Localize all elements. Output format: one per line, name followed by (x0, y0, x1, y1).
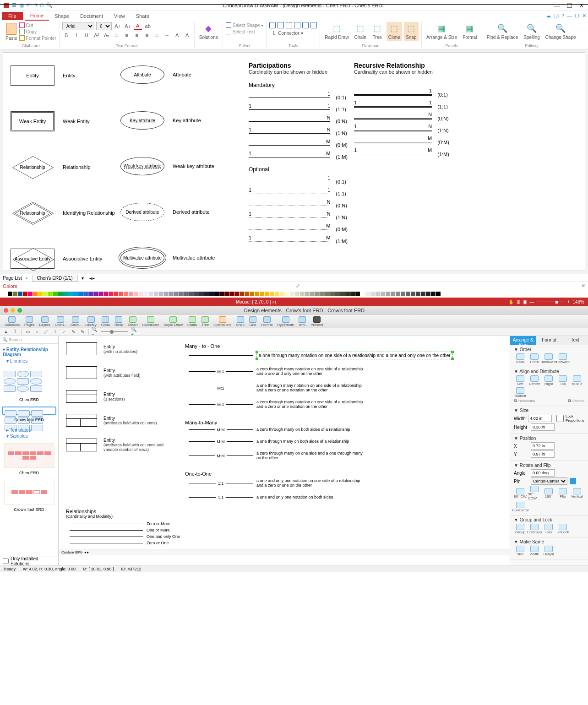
cf-basic-line[interactable]: Zero or One (66, 541, 502, 545)
color-swatch[interactable] (335, 292, 340, 296)
decrease-font-icon[interactable]: A↓ (124, 22, 132, 30)
color-swatch[interactable] (159, 292, 163, 296)
cf-relation-line[interactable]: a one through many notation on one side … (185, 352, 502, 359)
panel-btn-vertical[interactable]: Vertical (571, 488, 583, 499)
color-swatch[interactable] (184, 292, 189, 296)
color-swatch[interactable] (204, 292, 209, 296)
solutions-button[interactable]: ◆Solutions (197, 22, 220, 41)
cf-entity[interactable]: Entity(attributes field with columns and… (66, 438, 176, 452)
color-swatch[interactable] (295, 292, 299, 296)
tool-icon-1[interactable] (278, 22, 284, 28)
color-swatch[interactable] (436, 292, 441, 296)
panel-btn-unlock[interactable]: UnLock (556, 524, 569, 534)
color-swatch[interactable] (416, 292, 420, 296)
color-swatch[interactable] (245, 292, 249, 296)
color-swatch[interactable] (68, 292, 73, 296)
pin-select[interactable]: Center-Center (531, 477, 567, 485)
connector-button[interactable]: ⤹Connector ▾ (269, 28, 317, 38)
tree-libraries[interactable]: ▾ Libraries (6, 358, 55, 363)
mac-close-icon[interactable] (4, 308, 8, 313)
rect-tool-icon[interactable]: ▭ (24, 329, 31, 335)
color-swatch[interactable] (103, 292, 108, 296)
color-swatch[interactable] (179, 292, 184, 296)
color-swatch[interactable] (340, 292, 345, 296)
cardinality-line[interactable]: 1M(1:M) (249, 154, 354, 160)
format-painter-button[interactable]: Format Painter (19, 35, 56, 41)
pen-tool-icon[interactable]: ✎ (79, 329, 86, 335)
mac-tb-open[interactable]: Open.. (53, 316, 68, 327)
close-button[interactable]: ✕ (579, 2, 584, 9)
panel-tab-text[interactable]: Text (562, 336, 588, 345)
cardinality-line[interactable]: 1M(1:M) (354, 152, 455, 157)
color-swatch[interactable] (58, 292, 63, 296)
qat-print-icon[interactable]: ⎙ (40, 2, 44, 8)
mac-tb-connector[interactable]: Connector (140, 316, 161, 327)
color-swatch[interactable] (129, 292, 133, 296)
color-swatch[interactable] (421, 292, 425, 296)
color-swatch[interactable] (124, 292, 128, 296)
panel-btn-back[interactable]: Back (514, 353, 527, 364)
color-swatch[interactable] (355, 292, 360, 296)
color-swatch[interactable] (270, 292, 274, 296)
text-format-btn-11[interactable]: A (173, 31, 181, 39)
copy-button[interactable]: Copy (19, 28, 56, 35)
tool-icon-2[interactable] (286, 22, 292, 28)
tool-icon-4[interactable] (302, 22, 309, 28)
shape-weak-entity[interactable]: Weak EntityWeak Entity (11, 111, 120, 131)
color-swatch[interactable] (300, 292, 305, 296)
cardinality-line[interactable]: N(0:N) (354, 116, 455, 121)
select-text-button[interactable]: Select Text (226, 28, 264, 35)
tool-icon-0[interactable] (269, 22, 276, 28)
mac-zoom-icon[interactable] (17, 308, 22, 313)
mac-tb-smart[interactable]: Smart (126, 316, 139, 327)
text-format-btn-4[interactable]: A₂ (103, 31, 111, 39)
mac-tb-tree[interactable]: Tree (200, 316, 211, 327)
zoom-custom-label[interactable]: Custom 89% (61, 550, 82, 554)
panel-btn-lock[interactable]: Lock (542, 524, 555, 534)
color-swatch[interactable] (139, 292, 143, 296)
color-swatch[interactable] (265, 292, 269, 296)
tree-templates[interactable]: ▸ Templates (6, 428, 55, 433)
attr-attribute[interactable]: AttributeAttribute (120, 65, 249, 84)
zoom-out-icon[interactable]: 🔍− (92, 329, 98, 335)
line-tool-icon[interactable]: ／ (43, 329, 49, 335)
text-format-btn-7[interactable]: ≡ (133, 31, 141, 39)
color-swatch[interactable] (23, 292, 27, 296)
color-swatch[interactable] (43, 292, 48, 296)
cf-relation-line[interactable]: M:Ma zero through many on both sides of … (185, 427, 502, 432)
selected-shape[interactable]: a one through many notation on one side … (256, 352, 453, 359)
cardinality-line[interactable]: 11(1:1) (354, 104, 455, 109)
tab-file[interactable]: File (2, 12, 23, 20)
qat-views-icon[interactable]: ☰ (12, 2, 16, 8)
panel-btn-forward[interactable]: Forward (556, 353, 569, 364)
font-color-icon[interactable]: A (134, 22, 142, 30)
increase-font-icon[interactable]: A↑ (114, 22, 122, 30)
text-format-btn-5[interactable]: ≣ (113, 31, 121, 39)
color-swatch[interactable] (411, 292, 415, 296)
text-tool-icon[interactable]: T (12, 329, 18, 335)
cf-basic-line[interactable]: Zero or More (66, 521, 502, 526)
only-installed-checkbox[interactable] (3, 558, 9, 564)
color-swatch[interactable] (98, 292, 103, 296)
color-swatch[interactable] (229, 292, 234, 296)
flowchart-rapid-draw[interactable]: ⬚Rapid Draw (323, 22, 350, 41)
mac-tb-info[interactable]: Info (297, 316, 308, 327)
panel-btn-flip[interactable]: Flip (556, 488, 569, 499)
flowchart-snap[interactable]: ⬚Snap (404, 22, 419, 41)
panel-btn-middle[interactable]: Middle (571, 375, 583, 386)
cardinality-line[interactable]: 11(1:1) (249, 107, 354, 112)
mac-tb-library[interactable]: Library (83, 316, 98, 327)
color-swatch[interactable] (426, 292, 430, 296)
cardinality-line[interactable]: N(0:N) (249, 119, 354, 124)
color-swatch[interactable] (38, 292, 43, 296)
cf-relation-line[interactable]: M:1a zero through many notation on one s… (185, 400, 502, 409)
tab-document[interactable]: Document (75, 12, 109, 20)
zoom-in-icon[interactable]: 🔍+ (131, 329, 137, 335)
mac-tb-layers[interactable]: Layers (38, 316, 52, 327)
panel-btn-top[interactable]: Top (556, 375, 569, 386)
color-swatch[interactable] (275, 292, 279, 296)
color-swatch[interactable] (88, 292, 93, 296)
cardinality-line[interactable]: 1(0:1) (354, 92, 455, 98)
tree-samples[interactable]: ▾ Samples (6, 434, 55, 439)
tab-share[interactable]: Share (131, 12, 155, 20)
